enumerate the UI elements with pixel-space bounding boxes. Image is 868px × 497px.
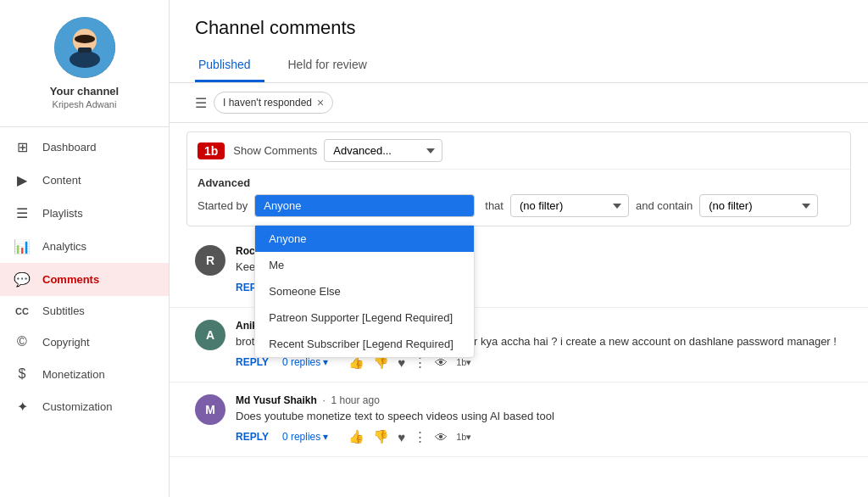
sidebar-item-copyright[interactable]: © Copyright: [0, 326, 169, 358]
sidebar-item-label: Analytics: [42, 240, 86, 253]
dropdown-option-recent-sub[interactable]: Recent Subscriber [Legend Required]: [255, 331, 474, 357]
and-contain-label: and contain: [636, 199, 693, 212]
sidebar-item-analytics[interactable]: 📊 Analytics: [0, 230, 169, 263]
avatar: [54, 17, 115, 78]
comment-author: Md Yusuf Shaikh: [236, 394, 317, 406]
sidebar-item-content[interactable]: ▶ Content: [0, 164, 169, 197]
playlists-icon: ☰: [14, 205, 31, 221]
filter-chip[interactable]: I haven't responded ×: [214, 92, 333, 114]
svg-point-3: [75, 35, 95, 43]
sidebar-item-label: Playlists: [42, 207, 83, 220]
avatar: R: [195, 245, 225, 276]
comments-icon: 💬: [14, 271, 31, 288]
show-comments-label: Show Comments: [233, 144, 317, 157]
sidebar: Your channel Kripesh Adwani ⊞ Dashboard …: [0, 0, 170, 497]
dropdown-option-someone-else[interactable]: Someone Else: [255, 278, 474, 304]
comment-body: Md Yusuf Shaikh · 1 hour ago Does youtub…: [236, 394, 843, 444]
svg-point-1: [70, 51, 100, 68]
started-by-dropdown-list: Anyone Me Someone Else Patreon Supporter…: [254, 225, 475, 358]
sidebar-item-label: Monetization: [42, 368, 105, 381]
reply-button[interactable]: REPLY: [236, 431, 269, 443]
sidebar-item-comments[interactable]: 💬 Comments: [0, 263, 169, 296]
comments-area[interactable]: 1b Show Comments Advanced... Top comment…: [170, 123, 868, 497]
started-by-dropdown[interactable]: Anyone Anyone Me Someone Else Patreon Su…: [254, 194, 475, 217]
sidebar-item-customization[interactable]: ✦ Customization: [0, 390, 169, 423]
chevron-down-icon: ▾: [323, 431, 328, 443]
thumbs-down-icon[interactable]: 👎: [373, 429, 389, 444]
channel-sub: Kripesh Adwani: [53, 99, 117, 109]
chevron-down-icon: ▾: [323, 356, 328, 368]
filter-icon[interactable]: ☰: [195, 95, 207, 111]
comment-entry: M Md Yusuf Shaikh · 1 hour ago Does yout…: [170, 383, 868, 457]
badge-icon[interactable]: 1b▾: [456, 357, 471, 368]
svg-rect-4: [78, 47, 92, 53]
replies-count: 0 replies: [282, 431, 320, 443]
subtitles-icon: CC: [14, 306, 31, 316]
sidebar-divider: [0, 126, 169, 127]
sidebar-item-subtitles[interactable]: CC Subtitles: [0, 296, 169, 326]
tab-held[interactable]: Held for review: [285, 51, 381, 82]
sidebar-item-label: Customization: [42, 400, 112, 413]
customization-icon: ✦: [14, 399, 31, 415]
comment-time: 1 hour ago: [331, 394, 379, 406]
started-by-row: Started by Anyone Anyone Me Someone Else…: [187, 191, 850, 226]
dropdown-option-anyone[interactable]: Anyone: [255, 226, 474, 252]
more-icon[interactable]: ⋮: [414, 429, 426, 444]
sidebar-item-label: Dashboard: [42, 141, 97, 154]
filter-chip-close[interactable]: ×: [317, 96, 324, 109]
main-header: Channel comments Published Held for revi…: [170, 0, 868, 83]
sidebar-item-label: Comments: [42, 273, 99, 286]
badge-icon[interactable]: 1b▾: [456, 432, 471, 443]
analytics-icon: 📊: [14, 238, 31, 254]
avatar: M: [195, 394, 225, 425]
sidebar-item-label: Copyright: [42, 336, 90, 349]
filter1-select[interactable]: (no filter) Has question Has link: [510, 194, 629, 217]
replies-link[interactable]: 0 replies ▾: [282, 356, 328, 368]
started-by-label: Started by: [198, 199, 248, 212]
show-comments-dropdown: Advanced... Top comments Newest first: [324, 139, 442, 162]
heart-icon[interactable]: ♥: [398, 430, 405, 444]
advanced-section-block: 1b Show Comments Advanced... Top comment…: [186, 131, 851, 226]
sidebar-item-dashboard[interactable]: ⊞ Dashboard: [0, 131, 169, 164]
sidebar-item-label: Content: [42, 174, 81, 187]
advanced-label: Advanced: [187, 170, 850, 191]
filter-chip-label: I haven't responded: [223, 97, 312, 109]
reply-button[interactable]: REPLY: [236, 356, 269, 368]
page-title: Channel comments: [195, 17, 843, 39]
dropdown-option-patreon[interactable]: Patreon Supporter [Legend Required]: [255, 304, 474, 331]
show-comments-select[interactable]: Advanced... Top comments Newest first: [324, 139, 442, 162]
replies-count: 0 replies: [282, 356, 320, 368]
copyright-icon: ©: [14, 334, 31, 349]
hide-icon[interactable]: 👁: [435, 430, 448, 444]
channel-name: Your channel: [50, 85, 119, 98]
tabs: Published Held for review: [195, 51, 843, 82]
comment-text: Does youtube monetize text to speech vid…: [236, 410, 843, 422]
thumbs-up-icon[interactable]: 👍: [348, 429, 364, 444]
tab-published[interactable]: Published: [195, 51, 264, 82]
red-badge: 1b: [198, 142, 225, 159]
replies-link[interactable]: 0 replies ▾: [282, 431, 328, 443]
dashboard-icon: ⊞: [14, 139, 31, 155]
sidebar-item-monetization[interactable]: $ Monetization: [0, 358, 169, 390]
show-comments-row: 1b Show Comments Advanced... Top comment…: [187, 132, 850, 170]
dropdown-option-me[interactable]: Me: [255, 252, 474, 278]
content-icon: ▶: [14, 172, 31, 188]
comment-meta: Md Yusuf Shaikh · 1 hour ago: [236, 394, 843, 406]
monetization-icon: $: [14, 366, 31, 382]
dropdown-selected-value: Anyone: [264, 199, 301, 212]
sidebar-item-label: Subtitles: [42, 304, 85, 317]
action-icons: 👍 👎 ♥ ⋮ 👁 1b▾: [348, 429, 471, 444]
comment-actions: REPLY 0 replies ▾ 👍 👎 ♥ ⋮ 👁 1b▾: [236, 429, 843, 444]
that-label: that: [485, 199, 504, 212]
filter-bar: ☰ I haven't responded ×: [170, 83, 868, 123]
main-content: Channel comments Published Held for revi…: [170, 0, 868, 497]
sidebar-item-playlists[interactable]: ☰ Playlists: [0, 197, 169, 230]
avatar: A: [195, 320, 225, 350]
filter2-select[interactable]: (no filter) Positive Negative: [699, 194, 818, 217]
